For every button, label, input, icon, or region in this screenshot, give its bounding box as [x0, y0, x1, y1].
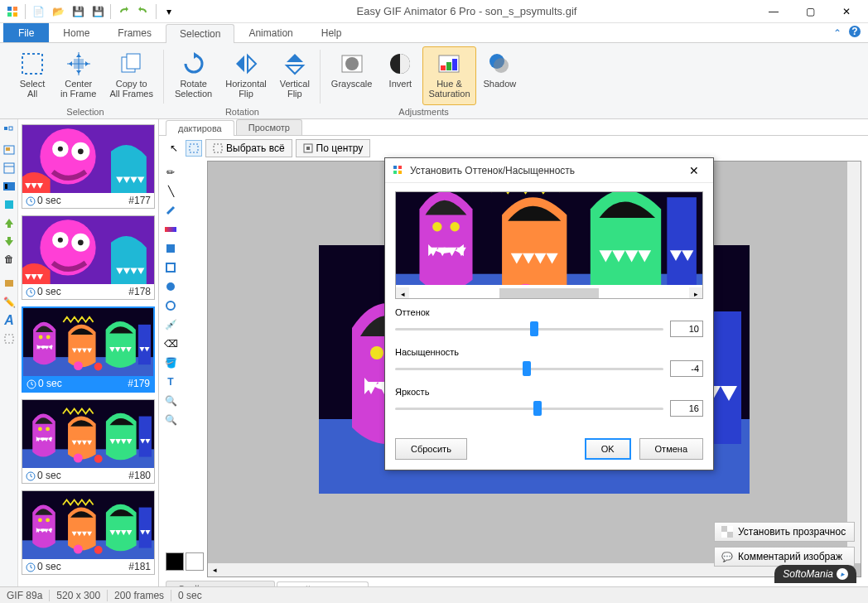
ribbon-rotate-button[interactable]: RotateSelection: [169, 46, 218, 105]
circle-fill-icon[interactable]: [162, 278, 179, 295]
rect-fill-icon[interactable]: [162, 240, 179, 257]
tool-icon[interactable]: [2, 124, 17, 139]
open-icon[interactable]: 📂: [49, 2, 67, 21]
svg-rect-42: [5, 200, 13, 209]
rect-outline-icon[interactable]: [162, 259, 179, 276]
eyedropper-icon[interactable]: 💉: [162, 316, 179, 333]
slider-track[interactable]: [395, 359, 663, 379]
preview-scrollbar[interactable]: ◂▸: [396, 287, 702, 299]
ribbon-center-button[interactable]: Centerin Frame: [55, 46, 102, 105]
vertical-scrollbar[interactable]: [847, 162, 861, 563]
save-all-icon[interactable]: 💾: [89, 2, 107, 21]
tool-icon[interactable]: ✏️: [2, 295, 17, 310]
slider-thumb[interactable]: [523, 361, 531, 376]
dialog-preview: ◂▸: [395, 191, 703, 299]
frame-item[interactable]: 0 sec#177: [22, 124, 155, 209]
svg-rect-30: [446, 62, 451, 70]
cancel-button[interactable]: Отмена: [639, 438, 703, 460]
ribbon-collapse-icon[interactable]: ⌃: [833, 27, 841, 39]
maximize-button[interactable]: ▢: [792, 1, 828, 22]
color-swatches: [162, 549, 207, 574]
new-icon[interactable]: 📄: [29, 2, 47, 21]
editor-tab[interactable]: Просмотр: [236, 119, 302, 135]
foreground-swatch[interactable]: [166, 552, 184, 571]
frame-item[interactable]: 0 sec#178: [22, 215, 155, 300]
menu-tab-animation[interactable]: Animation: [234, 23, 306, 42]
ribbon-hue-button[interactable]: Hue &Saturation: [422, 46, 475, 105]
qat-app-icon[interactable]: [3, 2, 22, 21]
ribbon-vflip-button[interactable]: VerticalFlip: [274, 46, 316, 105]
frame-item[interactable]: 0 sec#180: [22, 399, 155, 484]
slider-value-input[interactable]: [670, 321, 703, 337]
ok-button[interactable]: OK: [585, 438, 631, 460]
save-icon[interactable]: 💾: [69, 2, 87, 21]
frame-item[interactable]: 0 sec#179: [22, 306, 155, 393]
svg-point-33: [494, 58, 509, 73]
undo-icon[interactable]: [114, 2, 133, 21]
svg-rect-65: [398, 171, 402, 174]
ribbon-shadow-button[interactable]: Shadow: [478, 46, 523, 105]
fill-icon[interactable]: 🪣: [162, 355, 179, 371]
slider-track[interactable]: [395, 319, 663, 339]
qat-dropdown-icon[interactable]: ▾: [160, 2, 178, 21]
zoom-in-icon[interactable]: 🔍: [162, 393, 179, 409]
slider-value-input[interactable]: [670, 360, 703, 377]
redo-icon[interactable]: [134, 2, 152, 21]
text-icon[interactable]: T: [162, 374, 179, 390]
frame-item[interactable]: 0 sec#181: [22, 490, 155, 575]
svg-rect-14: [13, 7, 17, 11]
watermark: SoftoMania▸: [774, 565, 856, 583]
editor-tab[interactable]: дактирова: [166, 120, 234, 136]
tool-icon[interactable]: [2, 179, 17, 194]
menu-bar: File HomeFramesSelectionAnimationHelp ⌃ …: [0, 23, 868, 43]
marquee-tool-icon[interactable]: [186, 140, 202, 157]
svg-rect-37: [6, 147, 10, 151]
circle-outline-icon[interactable]: [162, 297, 179, 314]
tool-icon[interactable]: 🗑: [2, 252, 17, 267]
svg-rect-34: [4, 127, 7, 130]
pencil-icon[interactable]: ✏: [162, 164, 179, 181]
menu-tab-frames[interactable]: Frames: [104, 23, 166, 42]
text-tool-icon[interactable]: A: [2, 313, 17, 328]
close-button[interactable]: ✕: [828, 1, 865, 22]
arrow-up-icon[interactable]: [2, 215, 17, 230]
brush-icon[interactable]: [162, 202, 179, 219]
line-icon[interactable]: ╲: [162, 183, 179, 200]
grayscale-icon: [339, 51, 365, 77]
dialog-close-button[interactable]: ✕: [682, 160, 706, 181]
svg-rect-54: [165, 227, 176, 232]
gradient-icon[interactable]: [162, 221, 179, 238]
frames-panel[interactable]: 0 sec#1770 sec#1780 sec#1790 sec#1800 se…: [18, 119, 159, 586]
ribbon-copy-all-button[interactable]: Copy toAll Frames: [104, 46, 159, 105]
file-menu[interactable]: File: [3, 23, 49, 42]
ribbon-grayscale-button[interactable]: Grayscale: [326, 46, 379, 105]
pointer-tool-icon[interactable]: ↖: [166, 140, 182, 157]
select-all-button[interactable]: Выбрать всё: [205, 139, 292, 157]
slider-thumb[interactable]: [530, 321, 538, 336]
slider-value-input[interactable]: [670, 400, 703, 417]
menu-tab-help[interactable]: Help: [307, 23, 356, 42]
help-icon[interactable]: ?: [848, 25, 861, 41]
tool-icon[interactable]: [2, 277, 17, 292]
menu-tab-selection[interactable]: Selection: [166, 24, 234, 43]
tool-icon[interactable]: [2, 142, 17, 157]
arrow-down-icon[interactable]: [2, 234, 17, 248]
tool-icon[interactable]: [2, 197, 17, 212]
ribbon-group-adjustments: GrayscaleInvertHue &SaturationShadowAdju…: [321, 46, 527, 118]
ribbon-hflip-button[interactable]: HorizontalFlip: [219, 46, 272, 105]
tool-icon[interactable]: [2, 331, 17, 346]
ribbon-select-all-button[interactable]: SelectAll: [12, 46, 53, 105]
slider-thumb[interactable]: [533, 401, 542, 416]
ribbon-invert-button[interactable]: Invert: [379, 46, 421, 105]
set-transparency-button[interactable]: Установить прозрачнос: [714, 522, 855, 542]
menu-tab-home[interactable]: Home: [49, 23, 104, 42]
center-button[interactable]: По центру: [296, 139, 371, 157]
background-swatch[interactable]: [186, 552, 204, 571]
slider-track[interactable]: [395, 398, 663, 418]
minimize-button[interactable]: —: [755, 1, 792, 22]
tool-icon[interactable]: [2, 161, 17, 176]
reset-button[interactable]: Сбросить: [395, 438, 467, 460]
zoom-out-icon[interactable]: 🔍: [162, 412, 179, 428]
eraser-icon[interactable]: ⌫: [162, 335, 179, 352]
image-comment-button[interactable]: 💬Комментарий изображ: [714, 547, 855, 567]
